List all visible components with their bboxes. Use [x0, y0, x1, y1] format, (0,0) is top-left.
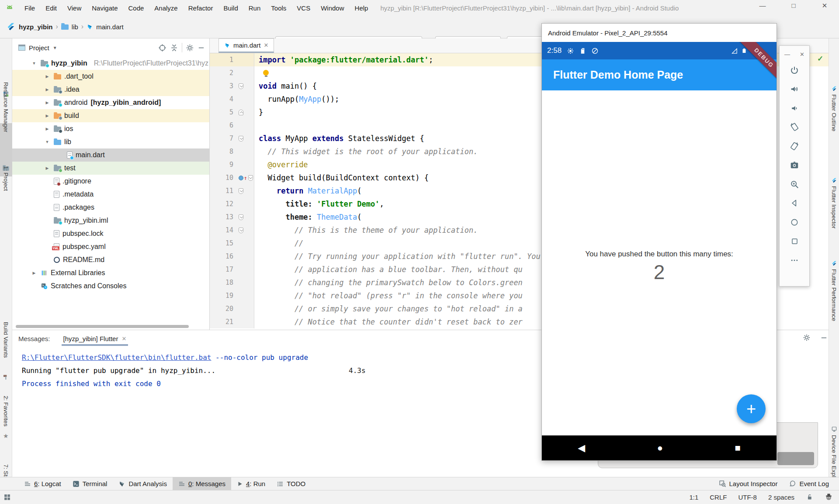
status-1-1[interactable]: 1:1	[689, 494, 698, 501]
emulator-rotate-right-button[interactable]	[790, 137, 799, 156]
emulator-back-nav-button[interactable]	[790, 194, 799, 213]
emulator-volume-up-button[interactable]	[790, 80, 799, 99]
sidebar-item-flutter-inspector[interactable]: Flutter Inspector	[829, 177, 839, 229]
collapse-all-icon[interactable]	[170, 44, 178, 52]
tree-row--gitignore[interactable]: .gitignore	[12, 175, 209, 188]
tree-row--metadata[interactable]: .metadata	[12, 188, 209, 201]
scrollbar-thumb[interactable]	[777, 452, 814, 465]
status-2-spaces[interactable]: 2 spaces	[768, 494, 794, 501]
tool-window-switcher-icon[interactable]	[3, 494, 11, 501]
fold-marker-icon[interactable]	[239, 136, 243, 142]
nav-back-button[interactable]: ◀	[578, 442, 585, 454]
sidebar-item-build-variants[interactable]: Build Variants	[3, 322, 9, 358]
tree-row-pubspec-lock[interactable]: pubspec.lock	[12, 227, 209, 240]
menu-item-tools[interactable]: Tools	[267, 3, 291, 14]
tree-collapse-arrow-icon[interactable]: ▶	[44, 166, 51, 170]
emulator-title-bar[interactable]: Android Emulator - Pixel_2_API_29:5554	[542, 24, 777, 42]
emulator-rotate-left-button[interactable]	[790, 118, 799, 137]
build-hammer-icon[interactable]	[3, 374, 9, 380]
settings-gear-icon[interactable]	[186, 44, 194, 52]
sidebar-item-flutter-performance[interactable]: Flutter Performance	[829, 260, 839, 321]
status-crlf[interactable]: CRLF	[710, 494, 727, 501]
tree-row-test[interactable]: ▶test	[12, 162, 209, 175]
menu-item-help[interactable]: Help	[350, 3, 373, 14]
favorites-star-icon[interactable]: ★	[3, 432, 9, 439]
tree-collapse-arrow-icon[interactable]: ▶	[44, 114, 51, 118]
nav-home-button[interactable]: ●	[657, 442, 663, 454]
menu-item-edit[interactable]: Edit	[41, 3, 61, 14]
menu-item-navigate[interactable]: Navigate	[87, 3, 122, 14]
menu-item-file[interactable]: File	[20, 3, 39, 14]
menu-item-run[interactable]: Run	[244, 3, 265, 14]
tree-row--idea[interactable]: ▶.idea	[12, 83, 209, 96]
breadcrumb-file[interactable]: main.dart	[96, 23, 124, 31]
menu-item-refactor[interactable]: Refactor	[184, 3, 218, 14]
override-marker-icon[interactable]: ↑	[239, 176, 247, 180]
menu-item-vcs[interactable]: VCS	[292, 3, 315, 14]
tree-row-readme-md[interactable]: README.md	[12, 253, 209, 266]
close-tab-icon[interactable]: ✕	[264, 42, 269, 48]
horizontal-scrollbar[interactable]	[16, 325, 189, 328]
toolwindow-button-4-run[interactable]: 4: Run	[231, 477, 271, 490]
menu-item-build[interactable]: Build	[219, 3, 242, 14]
console-link[interactable]: R:\Flutter\FlutterSDK\flutter\bin\flutte…	[22, 353, 211, 362]
sidebar-item-flutter-outline[interactable]: Flutter Outline	[829, 86, 839, 131]
tree-row--packages[interactable]: .packages	[12, 201, 209, 214]
lock-open-icon[interactable]	[806, 494, 813, 501]
toolwindow-button-todo[interactable]: TODO	[271, 477, 311, 490]
toolwindow-button-0-messages[interactable]: 0: Messages	[173, 477, 231, 490]
toolwindow-button-6-logcat[interactable]: 6: Logcat	[18, 477, 67, 490]
fold-marker-icon[interactable]	[239, 214, 243, 220]
toolwindow-button-layout-inspector[interactable]: Layout Inspector	[713, 477, 784, 490]
tree-expanded-arrow-icon[interactable]: ▼	[31, 61, 38, 66]
emulator-volume-down-button[interactable]	[790, 99, 799, 118]
fold-marker-icon[interactable]	[239, 83, 243, 89]
console-settings-gear-icon[interactable]	[803, 334, 811, 342]
tree-row-pubspec-yaml[interactable]: YMLpubspec.yaml	[12, 240, 209, 253]
locate-file-icon[interactable]	[158, 44, 166, 52]
maximize-button[interactable]: □	[787, 2, 800, 9]
tree-collapse-arrow-icon[interactable]: ▶	[31, 271, 38, 275]
breadcrumb-lib[interactable]: lib	[72, 23, 78, 31]
tree-collapse-arrow-icon[interactable]: ▶	[44, 87, 51, 92]
project-view-selector[interactable]: Project	[29, 44, 49, 52]
increment-fab-button[interactable]: +	[737, 394, 766, 423]
tree-row--dart-tool[interactable]: ▶.dart_tool	[12, 70, 209, 83]
nav-overview-button[interactable]: ■	[735, 442, 740, 454]
breadcrumb-project[interactable]: hyzp_yibin	[19, 23, 53, 31]
tree-collapse-arrow-icon[interactable]: ▶	[44, 127, 51, 131]
tree-row-external-libraries[interactable]: ▶External Libraries	[12, 266, 209, 280]
emulator-screen[interactable]: 2:58 Flutter Demo Home Page DEBUG	[542, 42, 777, 460]
hide-panel-icon[interactable]	[198, 44, 205, 52]
rail-close-icon[interactable]: ✕	[800, 51, 804, 58]
close-tab-icon[interactable]: ✕	[121, 335, 126, 342]
fold-marker-icon[interactable]	[239, 188, 243, 194]
tree-row-main-dart[interactable]: main.dart	[12, 148, 209, 162]
status-utf-8[interactable]: UTF-8	[738, 494, 757, 501]
tree-row-scratches-and-consoles[interactable]: Scratches and Consoles	[12, 280, 209, 293]
sidebar-item--project[interactable]: 1: Project	[3, 166, 9, 191]
tree-row-hyzp-yibin[interactable]: ▼hyzp_yibinR:\FlutterProject\FlutterProj…	[12, 57, 209, 70]
menu-item-analyze[interactable]: Analyze	[150, 3, 182, 14]
tree-row-lib[interactable]: ▼lib	[12, 135, 209, 148]
tree-row-ios[interactable]: ▶ios	[12, 122, 209, 135]
fold-marker-icon[interactable]	[239, 228, 243, 233]
emulator-power-button[interactable]	[790, 61, 799, 80]
tab-main-dart[interactable]: main.dart ✕	[218, 38, 274, 53]
emulator-home-nav-button[interactable]	[790, 213, 799, 232]
toolwindow-button-dart-analysis[interactable]: Dart Analysis	[113, 477, 173, 490]
sidebar-item--favorites[interactable]: 2: Favorites	[3, 396, 9, 427]
emulator-zoom-button[interactable]	[790, 175, 799, 194]
toolwindow-button-event-log[interactable]: Event Log	[783, 477, 835, 490]
emulator-screenshot-button[interactable]	[790, 156, 799, 175]
emulator-more-button[interactable]	[790, 251, 799, 270]
menu-item-view[interactable]: View	[63, 3, 86, 14]
tree-collapse-arrow-icon[interactable]: ▶	[44, 74, 51, 79]
toolwindow-button-terminal[interactable]: Terminal	[67, 477, 113, 490]
tree-collapse-arrow-icon[interactable]: ▶	[44, 100, 51, 105]
highlight-level-icon[interactable]	[825, 493, 833, 501]
messages-tab-flutter[interactable]: [hyzp_yibin] Flutter ✕	[62, 330, 128, 347]
menu-item-window[interactable]: Window	[316, 3, 348, 14]
fold-end-marker-icon[interactable]	[239, 110, 243, 115]
tree-row-android[interactable]: ▶android [hyzp_yibin_android]	[12, 96, 209, 109]
